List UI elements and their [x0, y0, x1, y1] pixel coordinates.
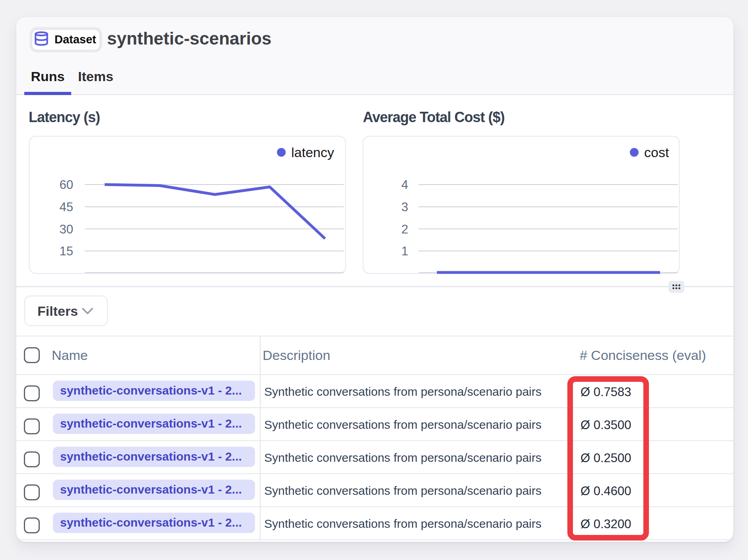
svg-text:latency: latency	[291, 145, 334, 160]
svg-text:3: 3	[401, 200, 408, 214]
svg-text:2: 2	[401, 222, 408, 236]
svg-text:1: 1	[401, 244, 408, 258]
svg-text:30: 30	[60, 222, 73, 236]
svg-text:45: 45	[60, 200, 73, 214]
svg-text:15: 15	[60, 244, 73, 258]
svg-text:4: 4	[401, 178, 408, 192]
svg-text:60: 60	[60, 178, 73, 192]
svg-text:cost: cost	[644, 145, 669, 160]
